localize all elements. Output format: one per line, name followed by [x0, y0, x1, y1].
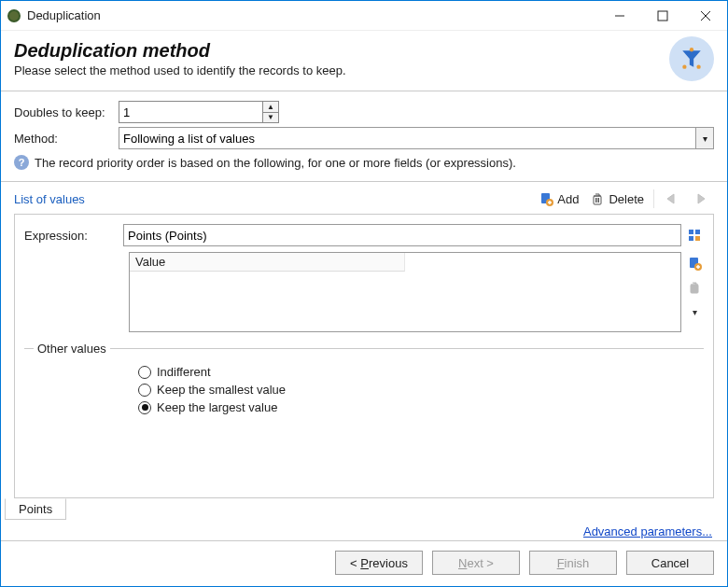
previous-button[interactable]: < Previous — [335, 551, 423, 575]
finish-button[interactable]: Finish — [529, 551, 617, 575]
expression-editor-icon[interactable] — [685, 226, 704, 245]
close-button[interactable] — [684, 2, 727, 30]
svg-rect-12 — [689, 230, 693, 234]
svg-rect-3 — [658, 11, 667, 21]
svg-point-8 — [690, 48, 693, 51]
radio-smallest[interactable]: Keep the smallest value — [138, 383, 694, 397]
funnel-icon — [669, 36, 714, 81]
delete-label: Delete — [609, 192, 644, 206]
finish-rest: inish — [565, 556, 590, 570]
body: List of values Add Delete Expression: — [1, 182, 727, 540]
info-text: The record priority order is based on th… — [35, 156, 516, 170]
value-column-header: Value — [130, 253, 405, 272]
radio-largest[interactable]: Keep the largest value — [138, 400, 694, 414]
advanced-parameters-link[interactable]: Advanced parameters... — [583, 524, 712, 538]
minimize-button[interactable] — [598, 2, 641, 30]
value-add-icon[interactable] — [685, 254, 704, 273]
move-right-button[interactable] — [686, 192, 714, 205]
next-rest: ext — [467, 556, 483, 570]
spinner-down-icon[interactable]: ▼ — [263, 113, 278, 123]
method-form: Doubles to keep: ▲ ▼ Method: ▾ ? The rec… — [1, 91, 727, 182]
page-header: Deduplication method Please select the m… — [1, 31, 727, 91]
svg-point-7 — [696, 65, 700, 69]
method-value[interactable] — [119, 127, 695, 149]
svg-point-6 — [682, 65, 686, 69]
titlebar: Deduplication — [1, 1, 727, 31]
radio-smallest-label: Keep the smallest value — [157, 383, 286, 397]
method-label: Method: — [14, 132, 119, 146]
cancel-button[interactable]: Cancel — [626, 551, 714, 575]
value-more-icon[interactable]: ▾ — [685, 302, 704, 321]
help-icon: ? — [14, 155, 29, 170]
expression-label: Expression: — [24, 229, 119, 243]
window-title: Deduplication — [27, 8, 598, 22]
chevron-down-icon[interactable]: ▾ — [695, 127, 714, 149]
svg-point-1 — [9, 11, 19, 21]
maximize-button[interactable] — [641, 2, 684, 30]
list-of-values-header: List of values Add Delete — [14, 188, 714, 214]
svg-rect-14 — [689, 236, 693, 241]
doubles-label: Doubles to keep: — [14, 105, 119, 119]
tab-strip: Points — [5, 497, 714, 519]
value-grid[interactable]: Value — [129, 252, 681, 332]
move-left-button[interactable] — [658, 192, 686, 205]
method-combo[interactable]: ▾ — [119, 127, 714, 149]
expression-input[interactable] — [123, 224, 681, 246]
list-of-values-title: List of values — [14, 192, 85, 206]
spinner-up-icon[interactable]: ▲ — [263, 102, 278, 113]
previous-rest: revious — [369, 556, 408, 570]
add-label: Add — [557, 192, 579, 206]
radio-largest-label: Keep the largest value — [157, 400, 277, 414]
other-values-group: Other values Indifferent Keep the smalle… — [24, 342, 704, 427]
radio-indifferent-label: Indifferent — [157, 365, 211, 379]
tab-panel: Expression: Value ▾ Other values — [14, 214, 714, 498]
svg-rect-15 — [695, 236, 700, 241]
radio-indifferent[interactable]: Indifferent — [138, 365, 694, 379]
page-subtitle: Please select the method used to identif… — [14, 63, 669, 77]
delete-button[interactable]: Delete — [584, 191, 650, 206]
value-delete-icon[interactable] — [685, 278, 704, 297]
svg-rect-18 — [691, 285, 698, 293]
next-button[interactable]: Next > — [432, 551, 520, 575]
add-button[interactable]: Add — [533, 191, 584, 206]
toolbar-separator — [653, 189, 654, 208]
doubles-spinner[interactable]: ▲ ▼ — [119, 101, 279, 123]
other-values-legend: Other values — [34, 342, 110, 356]
wizard-footer: < Previous Next > Finish Cancel — [1, 540, 727, 586]
page-title: Deduplication method — [14, 40, 669, 62]
svg-rect-13 — [695, 230, 700, 234]
doubles-input[interactable] — [119, 101, 262, 123]
app-icon — [7, 8, 21, 23]
tab-points[interactable]: Points — [5, 498, 66, 520]
